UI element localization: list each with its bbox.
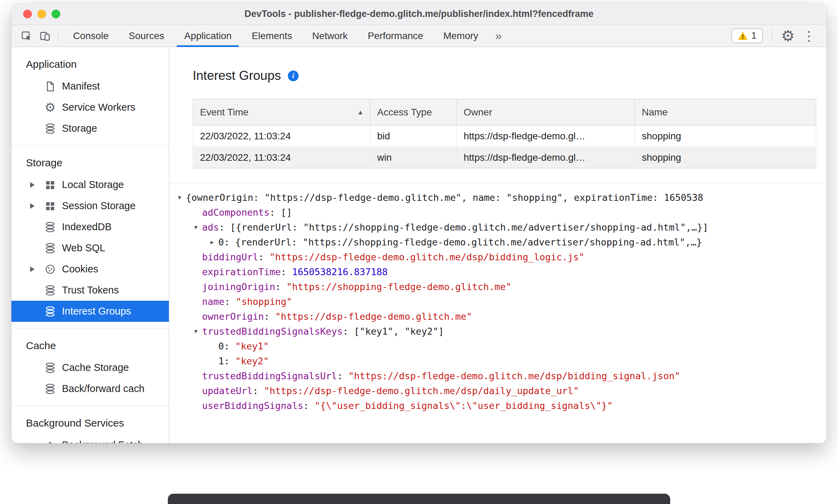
sidebar-item-manifest[interactable]: Manifest [11,76,169,97]
database-icon [44,362,56,374]
inspect-cursor-icon [21,30,32,41]
kebab-menu-icon[interactable]: ⋮ [800,29,818,43]
zoom-button[interactable] [52,10,60,18]
more-tabs-button[interactable]: » [488,29,509,43]
sidebar-item-label: Background Fetch [62,439,143,443]
sidebar-item-label: Interest Groups [62,306,131,317]
json-token-key: expirationTime [202,267,281,277]
tree-row[interactable]: 1: "key2" [169,354,827,368]
traffic-lights [23,10,60,18]
cell-name: shopping [635,125,816,147]
collapse-arrow-icon[interactable]: ▾ [174,190,185,205]
tab-network[interactable]: Network [302,25,358,47]
expand-arrow-icon[interactable]: ▸ [207,235,218,250]
json-token-plain: : [264,311,275,322]
macos-dock [168,494,670,504]
expand-arrow-icon[interactable] [30,182,44,188]
tab-application[interactable]: Application [174,25,242,47]
json-token-string: "https://dsp-fledge-demo.glitch.me/dsp/b… [270,252,584,262]
tab-elements[interactable]: Elements [242,25,302,47]
json-token-key: biddingUrl [202,252,258,262]
column-label: Event Time [200,107,248,118]
toolbar-right-cluster: 1 ⚙ ⋮ [731,28,818,44]
sidebar-item-web-sql[interactable]: Web SQL [11,237,169,259]
inspect-element-button[interactable] [17,27,36,45]
column-header-owner[interactable]: Owner [457,99,635,125]
sidebar-item-label: Service Workers [62,102,135,113]
sidebar-item-service-workers[interactable]: ⚙︎Service Workers [11,97,169,118]
sidebar-item-session-storage[interactable]: Session Storage [11,195,169,216]
grid-icon [44,200,56,212]
tab-performance[interactable]: Performance [358,25,433,47]
json-token-key: adComponents [202,207,270,218]
sidebar-item-cookies[interactable]: Cookies [11,259,169,280]
sidebar-item-back-forward-cach[interactable]: Back/forward cach [11,378,169,399]
column-header-name[interactable]: Name [635,99,816,125]
collapse-arrow-icon[interactable]: ▾ [190,324,201,339]
info-icon[interactable]: i [288,71,299,81]
json-token-string: "https://shopping-fledge-demo.glitch.me" [286,281,511,292]
table-row[interactable]: 22/03/2022, 11:03:24winhttps://dsp-fledg… [193,147,816,168]
sidebar-item-cache-storage[interactable]: Cache Storage [11,357,169,378]
tree-row[interactable]: userBiddingSignals: "{\"user_bidding_sig… [169,398,827,413]
table-row[interactable]: 22/03/2022, 11:03:24bidhttps://dsp-fledg… [193,125,816,147]
issues-badge[interactable]: 1 [731,28,763,43]
section-header: Application [11,53,169,76]
json-token-index: 0 [218,237,224,248]
collapse-arrow-icon[interactable]: ▾ [190,220,201,235]
tab-sources[interactable]: Sources [119,25,174,47]
minimize-button[interactable] [37,10,46,18]
tree-row[interactable]: joiningOrigin: "https://shopping-fledge-… [169,279,827,294]
page-title: Interest Groups [193,68,281,83]
tree-row[interactable]: expirationTime: 1650538216.837188 [169,264,827,279]
column-header-access-type[interactable]: Access Type [370,99,457,125]
device-toolbar-button[interactable] [36,27,54,45]
document-icon [44,80,56,93]
column-header-event-time[interactable]: Event Time▲ [193,99,370,125]
tree-row[interactable]: ▾trustedBiddingSignalsKeys: ["key1", "ke… [169,324,827,339]
json-token-key: joiningOrigin [202,281,275,292]
json-token-plain: : [224,341,235,352]
column-label: Name [642,107,668,118]
tab-memory[interactable]: Memory [433,25,488,47]
tree-row[interactable]: updateUrl: "https://dsp-fledge-demo.glit… [169,383,827,398]
sidebar-item-trust-tokens[interactable]: Trust Tokens [11,280,169,301]
tree-row[interactable]: trustedBiddingSignalsUrl: "https://dsp-f… [169,368,827,383]
sidebar-item-local-storage[interactable]: Local Storage [11,174,169,195]
toolbar-separator [58,30,58,42]
tree-row[interactable]: ownerOrigin: "https://dsp-fledge-demo.gl… [169,309,827,324]
tree-row[interactable]: adComponents: [] [169,205,827,220]
json-token-string: "https://dsp-fledge-demo.glitch.me/dsp/d… [264,385,579,396]
json-token-string: "key1" [235,341,269,352]
settings-gear-icon[interactable]: ⚙ [781,28,795,44]
close-button[interactable] [23,10,32,18]
database-icon [44,122,56,135]
json-token-plain: : [224,356,235,366]
expand-arrow-icon[interactable] [30,203,44,209]
sidebar-item-label: Trust Tokens [62,284,119,296]
sidebar-section-storage: StorageLocal StorageSession StorageIndex… [11,145,169,328]
device-toolbar-icon [39,30,51,41]
tree-row[interactable]: 0: "key1" [169,339,827,354]
json-token-index: 0 [218,341,224,352]
titlebar: DevTools - publisher-fledge-demo.glitch.… [11,3,827,25]
tab-console[interactable]: Console [63,25,119,47]
cell-event-time: 22/03/2022, 11:03:24 [193,125,370,147]
upload-icon [44,439,56,444]
sidebar-item-background-fetch[interactable]: Background Fetch [11,435,169,443]
tree-row[interactable]: name: "shopping" [169,294,827,309]
expand-arrow-icon[interactable] [30,267,44,272]
cookie-icon [44,263,56,276]
tree-row[interactable]: ▾{ownerOrigin: "https://dsp-fledge-demo.… [169,190,827,205]
tree-row[interactable]: ▸0: {renderUrl: "https://shopping-fledge… [169,235,827,250]
tree-row[interactable]: biddingUrl: "https://dsp-fledge-demo.gli… [169,250,827,264]
json-token-index: 1 [218,356,224,366]
json-token-key: trustedBiddingSignalsUrl [202,371,337,381]
json-token-plain: : [] [270,207,292,218]
sidebar-item-storage[interactable]: Storage [11,118,169,139]
tree-row[interactable]: ▾ads: [{renderUrl: "https://shopping-fle… [169,220,827,235]
sidebar-item-indexeddb[interactable]: IndexedDB [11,216,169,237]
json-token-string: "shopping" [236,296,292,307]
sidebar-item-interest-groups[interactable]: Interest Groups [11,301,169,322]
sidebar-section-cache: CacheCache StorageBack/forward cach [11,328,169,405]
